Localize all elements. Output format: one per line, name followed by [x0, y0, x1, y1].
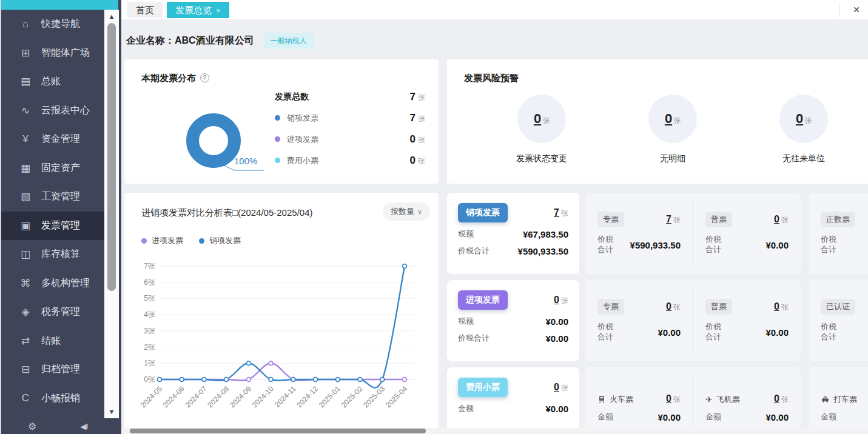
field-value: ¥0.00 [658, 412, 681, 422]
tab-invoice-overview[interactable]: 发票总览× [167, 2, 229, 18]
sidebar-item-label: 工资管理 [41, 190, 80, 203]
type-tag[interactable]: 专票 [597, 299, 624, 315]
data-point[interactable] [247, 378, 251, 382]
tab-close-icon[interactable]: × [216, 6, 221, 15]
svg-text:2024-06: 2024-06 [161, 384, 186, 409]
reimburse-icon: C [18, 392, 33, 404]
risk-circle[interactable]: 0张 [779, 95, 828, 143]
risk-unit: 张 [673, 116, 681, 126]
count-number: 7 [554, 207, 559, 218]
sidebar-item-archive[interactable]: ⊟归档管理 [1, 355, 106, 384]
mode-dropdown-button[interactable]: 按数量∨ [383, 202, 430, 221]
data-point[interactable] [403, 378, 407, 382]
category-badge[interactable]: 进项发票 [458, 290, 508, 310]
sidebar-item-inventory[interactable]: ◫库存核算 [1, 240, 106, 269]
count-value[interactable]: 0张 [666, 301, 681, 313]
data-point[interactable] [180, 378, 184, 382]
section-certified: 已认证价税合计 [809, 280, 868, 361]
sidebar-item-fixed-assets[interactable]: ▦固定资产 [1, 154, 106, 183]
sidebar-item-general-ledger[interactable]: ▤总账 [1, 67, 106, 96]
horizontal-scrollbar[interactable] [121, 428, 868, 434]
data-point[interactable] [403, 264, 407, 269]
count-unit: 张 [561, 209, 568, 218]
distribution-label: 发票总数 [275, 92, 309, 102]
risk-circle[interactable]: 0张 [648, 95, 697, 143]
section-field: 价税合计¥0.00 [705, 322, 789, 342]
data-point[interactable] [269, 361, 273, 366]
data-point[interactable] [247, 361, 251, 366]
data-point[interactable] [335, 378, 340, 382]
train-icon [597, 395, 606, 404]
plane-icon: ✈ [705, 395, 713, 404]
data-point[interactable] [358, 378, 362, 382]
sidebar-scrollbar-thumb[interactable] [107, 23, 116, 291]
scroll-up-icon[interactable]: ▲ [104, 11, 119, 22]
legend-item[interactable]: 销项发票 [199, 235, 241, 246]
close-icon[interactable]: × [849, 2, 864, 17]
count-value[interactable]: 7张 [666, 214, 681, 225]
sidebar-item-invoice[interactable]: ▣发票管理 [1, 212, 106, 241]
category-badge[interactable]: 销项发票 [458, 203, 508, 222]
sidebar-item-payroll[interactable]: ▧工资管理 [1, 182, 106, 212]
data-point[interactable] [158, 378, 162, 382]
data-point[interactable] [202, 378, 206, 382]
data-point[interactable] [314, 378, 318, 382]
data-point[interactable] [269, 378, 273, 382]
distribution-row: 销项发票7张 [275, 107, 425, 129]
sidebar-item-agent-plaza[interactable]: ⊞智能体广场 [1, 39, 106, 68]
sidebar-item-quick-nav[interactable]: ⌂快捷导航 [1, 10, 106, 39]
help-icon[interactable]: ? [200, 73, 209, 82]
type-tag[interactable]: 已认证 [821, 299, 855, 315]
sidebar-item-cloud-reports[interactable]: ∿云报表中心 [1, 96, 106, 125]
comparison-line-chart: 0张1张2张3张4张5张6张7张2024-052024-062024-07202… [133, 251, 432, 428]
count-number: 0 [774, 301, 779, 312]
gear-icon[interactable]: ⚙ [28, 421, 36, 432]
data-point[interactable] [224, 378, 229, 382]
horizontal-scrollbar-thumb[interactable] [130, 429, 426, 433]
count-number: 0 [554, 295, 559, 305]
count-value[interactable]: 0张 [774, 214, 789, 225]
type-tag[interactable]: 专票 [597, 212, 624, 227]
sidebar-item-multi-org[interactable]: ⌘多机构管理 [1, 269, 106, 298]
scroll-down-icon[interactable]: ▼ [104, 406, 119, 417]
data-point[interactable] [291, 378, 295, 382]
sidebar-scrollbar[interactable]: ▲ ▼ [104, 10, 119, 418]
count-value[interactable]: 7张 [554, 207, 568, 219]
type-tag[interactable]: 普票 [705, 212, 732, 227]
count-value[interactable]: 0张 [554, 382, 568, 393]
detail-card-purchase-invoice: 专票0张价税合计¥0.00普票0张价税合计¥0.00 [585, 280, 801, 361]
count-value[interactable]: 0张 [774, 301, 789, 313]
type-tag[interactable]: 普票 [705, 299, 732, 315]
count-value[interactable]: 0张 [774, 393, 789, 405]
sidebar-item-funds[interactable]: ¥资金管理 [1, 125, 106, 154]
collapse-sidebar-icon[interactable]: ◀‖ [80, 422, 87, 431]
sidebar-item-tax[interactable]: ◈税务管理 [1, 298, 106, 327]
distribution-title: 本期发票分布 [141, 73, 196, 83]
svg-text:0张: 0张 [144, 375, 155, 384]
field-label: 价税合计 [597, 322, 618, 342]
svg-text:2张: 2张 [144, 343, 155, 352]
legend-label: 销项发票 [209, 235, 241, 246]
category-badge[interactable]: 费用小票 [458, 378, 508, 397]
home-icon: ⌂ [18, 18, 33, 30]
svg-text:7张: 7张 [144, 262, 155, 270]
risk-items: 0张发票状态变更0张无明细0张无往来单位 [476, 95, 868, 164]
sidebar-item-label: 快捷导航 [41, 18, 80, 30]
sidebar-item-reimburse[interactable]: C小畅报销 [1, 384, 106, 413]
tab-home[interactable]: 首页 [127, 2, 163, 18]
count-value[interactable]: 0张 [666, 393, 681, 405]
chart-area: 0张1张2张3张4张5张6张7张2024-052024-062024-07202… [133, 251, 432, 428]
type-tag[interactable]: 正数票 [821, 212, 855, 227]
distribution-label: 销项发票 [287, 113, 318, 124]
legend-item[interactable]: 进项发票 [141, 235, 183, 246]
ticket-label: 火车票 [610, 394, 633, 405]
sidebar-item-closing[interactable]: ⇄结账 [1, 327, 106, 356]
data-point[interactable] [380, 378, 385, 382]
section-header: 专票7张 [597, 212, 681, 227]
risk-circle[interactable]: 0张 [517, 95, 566, 143]
field-label: 价税合计 [597, 235, 618, 255]
field-value: ¥0.00 [545, 316, 568, 327]
count-value[interactable]: 0张 [554, 295, 568, 306]
field-label: 价税合计 [821, 322, 841, 342]
section-positive: 正数票价税合计¥59 [809, 193, 868, 274]
